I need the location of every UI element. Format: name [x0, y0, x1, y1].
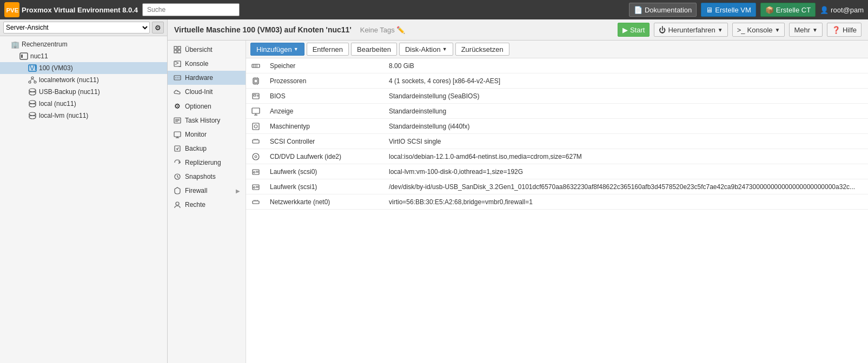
scsi-icon	[246, 137, 266, 146]
hardware-row-anzeige[interactable]: Anzeige Standardeinstellung	[246, 104, 868, 119]
nav-item-firewall[interactable]: Firewall ▶	[168, 184, 246, 198]
hardware-row-cdrom[interactable]: CD/DVD Laufwerk (ide2) local:iso/debian-…	[246, 149, 868, 164]
app-title: Proxmox Virtual Environment 8.0.4	[22, 6, 138, 14]
nav-item-hardware[interactable]: Hardware	[168, 71, 246, 85]
svg-text:PVE: PVE	[6, 7, 19, 14]
storage-local-icon	[28, 99, 37, 108]
tree-item-usb-backup[interactable]: USB-Backup (nuc11)	[0, 86, 167, 98]
nav-item-replizierung[interactable]: Replizierung	[168, 156, 246, 170]
svg-rect-64	[253, 140, 259, 143]
svg-point-8	[34, 81, 36, 83]
memory-icon	[246, 62, 266, 70]
resource-tree: 🏢 Rechenzentrum nuc11 VM 100 (VM03)	[0, 36, 167, 363]
svg-rect-59	[252, 108, 260, 113]
svg-rect-62	[253, 123, 259, 130]
hardware-row-prozessoren[interactable]: Prozessoren 4 (1 sockets, 4 cores) [x86-…	[246, 73, 868, 89]
cloud-icon	[173, 88, 182, 96]
backup-icon	[173, 145, 182, 152]
page-tags: Keine Tags ✏️	[360, 26, 405, 34]
rights-icon	[173, 201, 182, 209]
search-input[interactable]	[142, 3, 240, 16]
hardware-row-speicher[interactable]: Speicher 8.00 GiB	[246, 58, 868, 73]
add-chevron-icon: ▼	[294, 46, 299, 52]
nav-item-backup[interactable]: Backup	[168, 142, 246, 156]
nav-item-konsole[interactable]: >_ Konsole	[168, 57, 246, 71]
hardware-row-disk-scsi0[interactable]: Laufwerk (scsi0) local-lvm:vm-100-disk-0…	[246, 164, 868, 179]
create-ct-button[interactable]: 📦 Erstelle CT	[760, 3, 816, 17]
nav-item-monitor[interactable]: Monitor	[168, 127, 246, 142]
console-button[interactable]: >_ Konsole ▼	[732, 23, 785, 37]
cpu-icon	[246, 77, 266, 85]
help-icon: ❓	[832, 26, 840, 34]
remove-button[interactable]: Entfernen	[307, 43, 349, 56]
nav-item-cloud-init[interactable]: Cloud-Init	[168, 85, 246, 99]
network-icon	[28, 76, 37, 84]
power-icon: ⏻	[659, 26, 666, 34]
nav-item-optionen[interactable]: ⚙ Optionen	[168, 99, 246, 113]
hardware-row-disk-scsi1[interactable]: Laufwerk (scsi1) /dev/disk/by-id/usb-USB…	[246, 179, 868, 194]
tree-item-rechenzentrum[interactable]: 🏢 Rechenzentrum	[0, 38, 167, 50]
edit-button[interactable]: Bearbeiten	[351, 43, 397, 56]
start-button[interactable]: ▶ Start	[618, 23, 650, 37]
replicate-icon	[173, 159, 182, 166]
svg-point-68	[253, 153, 259, 160]
help-button[interactable]: ❓ Hilfe	[827, 23, 862, 37]
bios-icon	[246, 92, 266, 100]
nav-item-uebersicht[interactable]: Übersicht	[168, 43, 246, 57]
hardware-row-maschinentyp[interactable]: Maschinentyp Standardeinstellung (i440fx…	[246, 119, 868, 134]
svg-rect-48	[254, 79, 257, 83]
svg-point-14	[29, 92, 36, 95]
hardware-row-bios[interactable]: BIOS Standardeinstellung (SeaBIOS)	[246, 89, 868, 104]
create-vm-button[interactable]: 🖥 Erstelle VM	[701, 3, 756, 17]
main-layout: Server-Ansicht ⚙ 🏢 Rechenzentrum nuc11	[0, 19, 868, 363]
overview-icon	[173, 46, 182, 53]
disk-scsi1-icon	[246, 183, 266, 191]
vm-icon: 🖥	[706, 6, 713, 14]
edit-tags-icon[interactable]: ✏️	[396, 26, 405, 34]
svg-line-9	[30, 79, 32, 81]
tree-item-nuc11[interactable]: nuc11	[0, 50, 167, 62]
nav-item-rechte[interactable]: Rechte	[168, 198, 246, 212]
svg-rect-24	[178, 46, 181, 49]
settings-button[interactable]: ⚙	[152, 22, 164, 33]
ct-icon: 📦	[765, 6, 774, 14]
tree-item-local-lvm[interactable]: local-lvm (nuc11)	[0, 110, 167, 122]
left-panel: Server-Ansicht ⚙ 🏢 Rechenzentrum nuc11	[0, 19, 168, 363]
svg-rect-56	[254, 95, 256, 96]
search-container	[142, 3, 240, 16]
hardware-table: Speicher 8.00 GiB Prozessoren 4 (1 socke…	[246, 58, 868, 363]
page-title: Virtuelle Maschine 100 (VM03) auf Knoten…	[174, 25, 352, 34]
cdrom-icon	[246, 152, 266, 161]
tree-item-100-vm03[interactable]: VM 100 (VM03)	[0, 62, 167, 74]
user-menu: 👤 root@pam	[820, 6, 864, 14]
nav-item-task-history[interactable]: Task History	[168, 113, 246, 127]
svg-rect-43	[252, 64, 260, 68]
storage-lvm-icon	[28, 111, 37, 120]
firewall-arrow-icon: ▶	[236, 188, 240, 194]
proxmox-icon: PVE	[4, 2, 19, 17]
server-view-select[interactable]: Server-Ansicht	[3, 22, 150, 33]
svg-rect-37	[174, 132, 181, 137]
shutdown-button[interactable]: ⏻ Herunterfahren ▼	[654, 23, 727, 37]
documentation-button[interactable]: 📄 Dokumentation	[629, 3, 697, 17]
svg-point-6	[31, 77, 34, 79]
hardware-row-netzwerkkarte[interactable]: Netzwerkkarte (net0) virtio=56:BB:30:E5:…	[246, 194, 868, 210]
add-button[interactable]: Hinzufügen ▼	[250, 43, 304, 56]
svg-rect-26	[178, 50, 181, 53]
nav-item-snapshots[interactable]: Snapshots	[168, 170, 246, 184]
more-button[interactable]: Mehr ▼	[789, 23, 823, 37]
hardware-row-scsi-controller[interactable]: SCSI Controller VirtIO SCSI single	[246, 134, 868, 149]
svg-line-10	[32, 79, 35, 81]
svg-point-69	[255, 156, 257, 158]
disk-action-button[interactable]: Disk-Aktion ▼	[399, 43, 453, 56]
hardware-icon	[173, 74, 182, 82]
tree-item-localnetwork[interactable]: localnetwork (nuc11)	[0, 74, 167, 86]
reset-button[interactable]: Zurücksetzen	[455, 43, 509, 56]
monitor-icon	[173, 131, 182, 138]
console-arrow-icon: ▼	[775, 27, 780, 33]
tree-item-local[interactable]: local (nuc11)	[0, 98, 167, 110]
hardware-toolbar: Hinzufügen ▼ Entfernen Bearbeiten Disk-A…	[246, 41, 868, 58]
task-history-icon	[173, 117, 182, 124]
gear-icon: ⚙	[155, 24, 161, 32]
doc-icon: 📄	[634, 6, 642, 14]
